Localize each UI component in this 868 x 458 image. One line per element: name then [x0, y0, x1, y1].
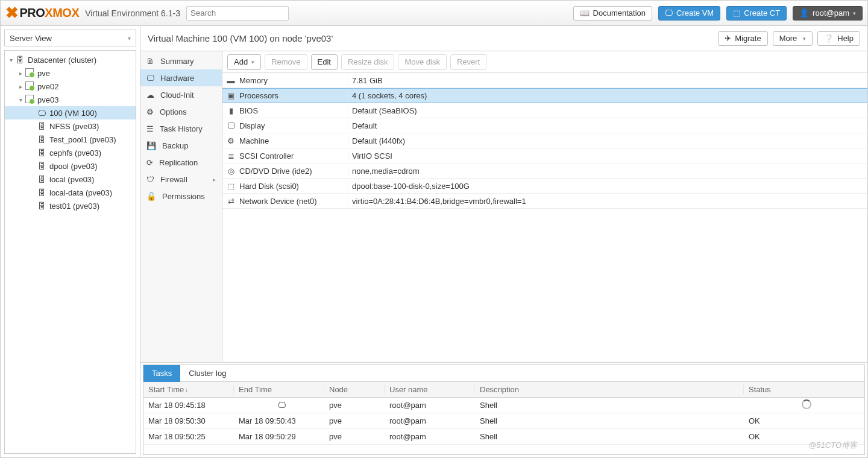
create-ct-button[interactable]: ⬚ Create CT	[726, 6, 787, 21]
expand-icon[interactable]: ▸	[17, 83, 24, 90]
sidemenu-backup[interactable]: 💾Backup	[140, 137, 222, 154]
hw-value: virtio=0A:28:41:B4:D6:4B,bridge=vmbr0,fi…	[348, 197, 867, 206]
tree-node-pve[interactable]: ▸ pve	[5, 66, 136, 80]
hardware-row[interactable]: ⇄Network Device (net0)virtio=0A:28:41:B4…	[222, 194, 867, 209]
move-disk-button[interactable]: Move disk	[398, 54, 447, 70]
hw-value: Default (SeaBIOS)	[348, 106, 867, 115]
tree-node-pve03[interactable]: ▾ pve03	[5, 93, 136, 106]
hw-icon: ▮	[222, 106, 239, 115]
tree-datacenter[interactable]: ▾ 🗄 Datacenter (cluster)	[5, 53, 136, 66]
sidemenu-hardware[interactable]: 🖵Hardware	[140, 69, 222, 86]
hardware-row[interactable]: 🖵DisplayDefault	[222, 118, 867, 133]
hw-value: Default	[348, 121, 867, 130]
sidemenu-summary[interactable]: 🗎Summary	[140, 52, 222, 69]
hw-icon: ⇄	[222, 197, 239, 206]
monitor-icon: 🖵	[665, 8, 673, 17]
hw-value: 7.81 GiB	[348, 76, 867, 85]
hw-key: Network Device (net0)	[239, 197, 348, 206]
tree-storage[interactable]: 🗄local (pve03)	[5, 173, 136, 186]
col-start-time[interactable]: Start Time↓	[143, 385, 234, 394]
migrate-button[interactable]: ✈Migrate	[718, 31, 767, 46]
hw-key: Processors	[239, 91, 348, 100]
revert-button[interactable]: Revert	[450, 54, 486, 70]
tree-storage[interactable]: 🗄local-data (pve03)	[5, 186, 136, 199]
log-tabbar: Tasks Cluster log	[143, 365, 864, 382]
storage-icon: 🗄	[36, 135, 47, 144]
monitor-icon: 🖵	[146, 74, 154, 83]
side-menu: 🗎Summary 🖵Hardware ☁Cloud-Init ⚙Options …	[140, 51, 222, 362]
hardware-row[interactable]: ≣SCSI ControllerVirtIO SCSI	[222, 148, 867, 164]
add-button[interactable]: Add▾	[227, 54, 261, 70]
log-row[interactable]: Mar 18 09:50:30Mar 18 09:50:43pveroot@pa…	[143, 413, 864, 429]
sidemenu-replication[interactable]: ⟳Replication	[140, 154, 222, 171]
left-column: Server View ▾ ▾ 🗄 Datacenter (cluster) ▸…	[1, 26, 140, 457]
tree-storage[interactable]: 🗄Test_pool1 (pve03)	[5, 133, 136, 146]
user-icon: 👤	[799, 8, 809, 17]
hw-value: none,media=cdrom	[348, 167, 867, 176]
logo-text-pro: PRO	[20, 6, 45, 20]
expand-icon[interactable]: ▸	[17, 70, 24, 77]
hw-value: VirtIO SCSI	[348, 151, 867, 161]
log-header: Start Time↓ End Time Node User name Desc…	[143, 382, 864, 398]
chevron-right-icon: ▸	[213, 176, 216, 183]
hardware-row[interactable]: ▮BIOSDefault (SeaBIOS)	[222, 103, 867, 118]
collapse-icon[interactable]: ▾	[7, 57, 14, 63]
sidemenu-taskhistory[interactable]: ☰Task History	[140, 120, 222, 137]
storage-icon: 🗄	[36, 188, 47, 197]
sidemenu-cloudinit[interactable]: ☁Cloud-Init	[140, 86, 222, 103]
storage-icon: 🗄	[36, 202, 47, 211]
tree-storage[interactable]: 🗄test01 (pve03)	[5, 199, 136, 212]
hw-key: Machine	[239, 136, 348, 145]
tree-storage[interactable]: 🗄dpool (pve03)	[5, 159, 136, 173]
chevron-down-icon: ▾	[251, 59, 254, 65]
hardware-row[interactable]: ◎CD/DVD Drive (ide2)none,media=cdrom	[222, 164, 867, 179]
hardware-row[interactable]: ▬Memory7.81 GiB	[222, 73, 867, 88]
node-icon	[25, 81, 34, 90]
user-menu-button[interactable]: 👤 root@pam ▾	[793, 6, 863, 21]
sidemenu-permissions[interactable]: 🔓Permissions	[140, 188, 222, 205]
col-description[interactable]: Description	[475, 385, 744, 394]
version-label: Virtual Environment 6.1-3	[85, 8, 180, 18]
hw-value: dpool:base-100-disk-0,size=100G	[348, 182, 867, 191]
log-row[interactable]: Mar 18 09:50:25Mar 18 09:50:29pveroot@pa…	[143, 429, 864, 445]
tree-storage[interactable]: 🗄cephfs (pve03)	[5, 146, 136, 159]
hardware-row[interactable]: ⚙MachineDefault (i440fx)	[222, 133, 867, 148]
help-button[interactable]: ❔Help	[817, 31, 860, 46]
sidemenu-firewall[interactable]: 🛡Firewall▸	[140, 171, 222, 188]
shield-icon: 🛡	[146, 175, 154, 184]
documentation-button[interactable]: 📖 Documentation	[573, 6, 652, 21]
vm-icon: 🖵	[36, 109, 47, 118]
hardware-row[interactable]: ⬚Hard Disk (scsi0)dpool:base-100-disk-0,…	[222, 179, 867, 194]
col-user[interactable]: User name	[385, 385, 475, 394]
storage-icon: 🗄	[36, 148, 47, 157]
create-vm-button[interactable]: 🖵 Create VM	[658, 6, 720, 21]
tab-clusterlog[interactable]: Cluster log	[180, 365, 234, 382]
edit-button[interactable]: Edit	[311, 54, 338, 70]
sort-down-icon: ↓	[185, 387, 188, 393]
sidemenu-options[interactable]: ⚙Options	[140, 103, 222, 120]
remove-button[interactable]: Remove	[265, 54, 307, 70]
resource-tree[interactable]: ▾ 🗄 Datacenter (cluster) ▸ pve ▸ pve02 ▾	[4, 50, 136, 454]
main-body: Server View ▾ ▾ 🗄 Datacenter (cluster) ▸…	[1, 26, 867, 457]
hardware-row[interactable]: ▣Processors4 (1 sockets, 4 cores)	[222, 88, 867, 103]
view-selector[interactable]: Server View ▾	[4, 30, 136, 46]
list-icon: ☰	[146, 124, 154, 133]
cloud-icon: ☁	[146, 91, 154, 100]
cube-icon: ⬚	[733, 8, 740, 17]
monitor-icon: 🖵	[278, 401, 286, 410]
col-node[interactable]: Node	[324, 385, 385, 394]
resize-disk-button[interactable]: Resize disk	[341, 54, 394, 70]
search-input[interactable]	[186, 6, 289, 21]
tree-node-pve02[interactable]: ▸ pve02	[5, 80, 136, 93]
col-status[interactable]: Status	[744, 385, 864, 394]
logo-text-xmo: XMOX	[45, 6, 79, 20]
chevron-down-icon: ▾	[128, 35, 131, 42]
tree-vm-100[interactable]: 🖵 100 (VM 100)	[5, 106, 136, 119]
log-row[interactable]: Mar 18 09:45:18🖵pveroot@pamShell	[143, 398, 864, 413]
tab-tasks[interactable]: Tasks	[143, 365, 180, 382]
col-end-time[interactable]: End Time	[234, 385, 324, 394]
tree-storage[interactable]: 🗄NFSS (pve03)	[5, 119, 136, 133]
collapse-icon[interactable]: ▾	[17, 97, 24, 103]
hardware-panel: Add▾ Remove Edit Resize disk Move disk R…	[222, 51, 867, 362]
more-button[interactable]: More▾	[773, 31, 813, 46]
